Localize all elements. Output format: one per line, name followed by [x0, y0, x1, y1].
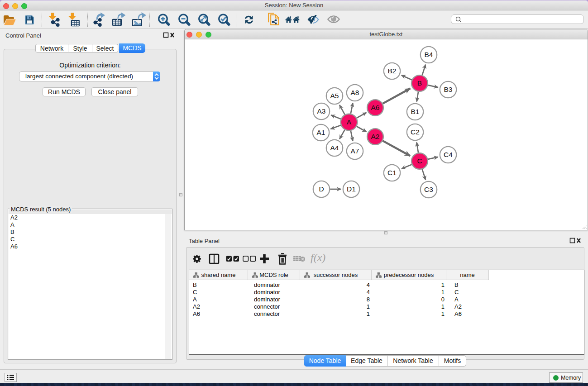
svg-text:A3: A3	[317, 107, 326, 115]
svg-text:B: B	[417, 79, 422, 87]
svg-text:A5: A5	[330, 92, 339, 100]
svg-text:A2: A2	[371, 133, 380, 140]
svg-text:B1: B1	[411, 108, 420, 115]
svg-text:B2: B2	[388, 67, 397, 75]
svg-text:C3: C3	[424, 186, 433, 193]
svg-text:B3: B3	[444, 86, 453, 93]
svg-text:A1: A1	[317, 129, 325, 136]
svg-text:A7: A7	[351, 147, 359, 155]
svg-text:D: D	[319, 185, 324, 193]
svg-text:A4: A4	[330, 144, 339, 152]
svg-text:A8: A8	[351, 89, 359, 96]
svg-text:D1: D1	[347, 185, 356, 193]
svg-text:C4: C4	[444, 151, 453, 158]
svg-text:C2: C2	[411, 128, 420, 136]
svg-text:A: A	[347, 118, 352, 126]
svg-text:C: C	[417, 157, 422, 165]
svg-text:A6: A6	[371, 104, 380, 111]
svg-text:C1: C1	[387, 169, 397, 176]
svg-text:B4: B4	[425, 51, 433, 58]
